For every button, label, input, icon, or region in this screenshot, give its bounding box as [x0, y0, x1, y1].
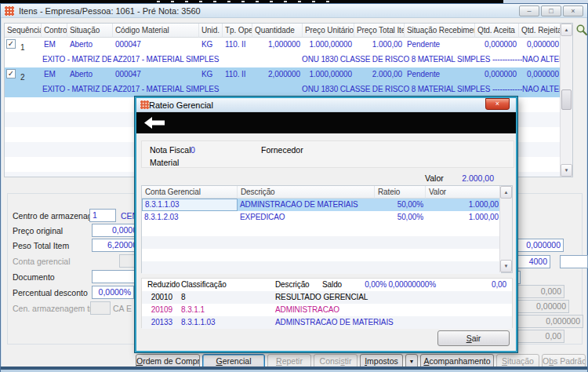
dialog-close-icon: × [495, 100, 499, 108]
row1-situacao-receb: Pendente [405, 38, 475, 53]
row1-unid: KG [199, 38, 223, 53]
row2-seq: 2 [20, 73, 24, 82]
row2-tp-oper: 110. II [223, 67, 252, 82]
row1-quantidade: 1,000000 [252, 38, 303, 53]
scroll-up-icon: ▲ [504, 190, 509, 195]
row2-controle: EM [42, 67, 67, 82]
main-titlebar[interactable]: Itens - Empresa/Pessoa: 1061 - Pré Nota:… [1, 4, 587, 18]
row1-checkbox[interactable]: ✓ [6, 39, 16, 49]
col-descricao: Descrição [238, 186, 375, 199]
scroll-down-button[interactable]: ▼ [561, 164, 572, 177]
col-preco-unitario: Preço Unitário [303, 24, 354, 38]
rateio-grid-header: Conta Gerencial Descrição Rateio Valor [142, 186, 501, 199]
valor-value: 2.000,00 [462, 173, 494, 183]
valor-label: Valor [425, 173, 444, 183]
close-button[interactable]: × [563, 5, 583, 16]
conta-row-2[interactable]: 20109 8.3.1.1 ADMINISTRACAO [142, 304, 512, 316]
conta1-descricao: RESULTADO GERENCIAL [275, 293, 368, 301]
row2-detail-controle: EXITO - MATRIZ DE CON [42, 85, 111, 93]
rateio-row-1-selected[interactable]: 8.3.1.1.03 ADMINSTRACAO DE MATERIAIS 50,… [142, 199, 501, 211]
screen: Itens - Empresa/Pessoa: 1061 - Pré Nota:… [0, 0, 588, 372]
row1-qtd-aceita: 0,000000 [475, 38, 519, 53]
col-codigo-material: Código Material [113, 24, 199, 38]
col-qtd-aceita: Qtd. Aceita [475, 24, 519, 38]
conta3-descricao: ADMINSTRACAO DE MATERIAIS [275, 318, 394, 326]
col-controle: Controle [42, 24, 67, 38]
minimize-button[interactable]: – [519, 5, 539, 16]
row1-seq: 1 [20, 43, 24, 52]
conta-row-3[interactable]: 20133 8.3.1.1.03 ADMINSTRACAO DE MATERIA… [142, 316, 512, 329]
row2-quantidade: 2,000000 [252, 67, 303, 82]
item-row-1-detail[interactable]: EXITO - MATRIZ DE CON AZ2017 - MATERIAL … [5, 53, 572, 67]
maximize-button[interactable]: □ [541, 5, 561, 16]
row2-unid: KG [199, 67, 223, 82]
rateio-row1-valor: 1.000,00 [426, 199, 501, 211]
rateio-empty-row [142, 249, 501, 261]
rateio-scroll-up-button[interactable]: ▲ [500, 186, 512, 199]
col-quantidade: Quantidade [252, 24, 303, 38]
row2-preco-unitario: 1.000,00000 [303, 67, 354, 82]
col-classificacao: Classificação [181, 280, 227, 289]
fornecedor-label: Fornecedor [261, 145, 303, 155]
rateio-gerencial-dialog: Rateio Gerencial × Nota Fiscal 0 Fornece… [135, 97, 517, 352]
row1-detail-material: AZ2017 - MATERIAL SIMPLES [113, 55, 299, 64]
row1-tp-oper: 110. II [223, 38, 252, 53]
row2-qtd-rejeitada: 0,000000 [519, 67, 561, 82]
row1-detail-info: ONU 1830 CLASSE DE RISCO 8 MATERIAL SIMP… [302, 55, 560, 64]
rateio-row-2[interactable]: 8.3.1.2.03 EXPEDICAO 50,00% 1.000,00 [142, 211, 501, 224]
row2-checkbox[interactable]: ✓ [6, 69, 16, 78]
dialog-close-button[interactable]: × [485, 98, 510, 110]
scroll-down-icon: ▼ [564, 168, 569, 173]
centro-armazenagem-input[interactable]: 1 [89, 209, 116, 222]
sair-button[interactable]: Sair [437, 330, 510, 346]
items-grid-scrollbar[interactable]: ▲ ▼ [560, 24, 572, 177]
dialog-titlebar[interactable]: Rateio Gerencial [136, 98, 516, 112]
peso-total-item-input[interactable]: 6,20000 [92, 239, 140, 252]
dialog-info-box: Nota Fiscal 0 Fornecedor Material [141, 140, 514, 168]
row1-preco-total: 1.000,00 [354, 38, 405, 53]
row2-situacao-receb: Pendente [405, 67, 475, 82]
row2-detail-material: AZ2017 - MATERIAL SIMPLES [113, 85, 299, 93]
scroll-up-button[interactable]: ▲ [561, 24, 572, 36]
col-tp-oper: Tp. Oper. [223, 24, 252, 38]
row2-codigo: 000047 [113, 67, 199, 82]
rateio-row1-conta[interactable]: 8.3.1.1.03 [142, 199, 238, 211]
rateio-row2-descricao: EXPEDICAO [238, 211, 375, 224]
back-arrow-icon[interactable] [143, 116, 166, 129]
item-row-2-selected[interactable]: ✓2 EM Aberto 000047 KG 110. II 2,000000 … [5, 67, 561, 82]
row1-controle: EM [42, 38, 67, 53]
col-rateio: Rateio [375, 186, 426, 199]
item-row-1[interactable]: ✓1 EM Aberto 000047 KG 110. II 1,000000 … [5, 38, 561, 53]
material-label: Material [150, 158, 179, 167]
right-field-3[interactable] [560, 255, 588, 268]
row1-qtd-rejeitada: 0,000000 [519, 38, 561, 53]
dialog-app-icon [140, 100, 149, 109]
rateio-row1-descricao: ADMINSTRACAO DE MATERIAIS [238, 199, 375, 211]
maximize-icon: □ [549, 8, 553, 15]
row2-detail-info: ONU 1830 CLASSE DE RISCO 8 MATERIAL SIMP… [302, 85, 560, 93]
row1-situacao: Aberto [67, 38, 113, 53]
conta-row-1[interactable]: 20010 8 RESULTADO GERENCIAL [142, 291, 512, 304]
documento-input[interactable] [92, 270, 140, 283]
preco-original-input[interactable]: 0,0000 [92, 224, 140, 237]
conta2-reduzido: 20109 [147, 305, 172, 314]
rateio-scroll-down-button[interactable]: ▼ [500, 260, 512, 272]
preco-original-label: Preço original [13, 226, 63, 235]
col-situacao: Situação [67, 24, 113, 38]
item-row-2-detail[interactable]: EXITO - MATRIZ DE CON AZ2017 - MATERIAL … [5, 82, 572, 97]
search-zoom-icon[interactable] [575, 24, 588, 36]
rateio-grid-scrollbar[interactable]: ▲ ▼ [499, 186, 512, 272]
scroll-up-icon: ▲ [564, 27, 569, 32]
rateio-row2-rateio: 50,00% [375, 211, 426, 224]
rateio-empty-row [142, 224, 501, 236]
nota-fiscal-value: 0 [191, 145, 195, 155]
window-title: Itens - Empresa/Pessoa: 1061 - Pré Nota:… [19, 6, 201, 16]
percentual-desconto-input[interactable]: 0,0000% [92, 286, 134, 299]
conta3-classificacao: 8.3.1.1.03 [181, 318, 215, 326]
scroll-thumb[interactable] [561, 89, 572, 110]
col-valor: Valor [426, 186, 501, 199]
conta-gerencial-label: Conta gerencial [13, 257, 71, 266]
col-unid: Unid. [199, 24, 223, 38]
row2-situacao: Aberto [67, 67, 113, 82]
rateio-grid: Conta Gerencial Descrição Rateio Valor 8… [141, 185, 513, 273]
